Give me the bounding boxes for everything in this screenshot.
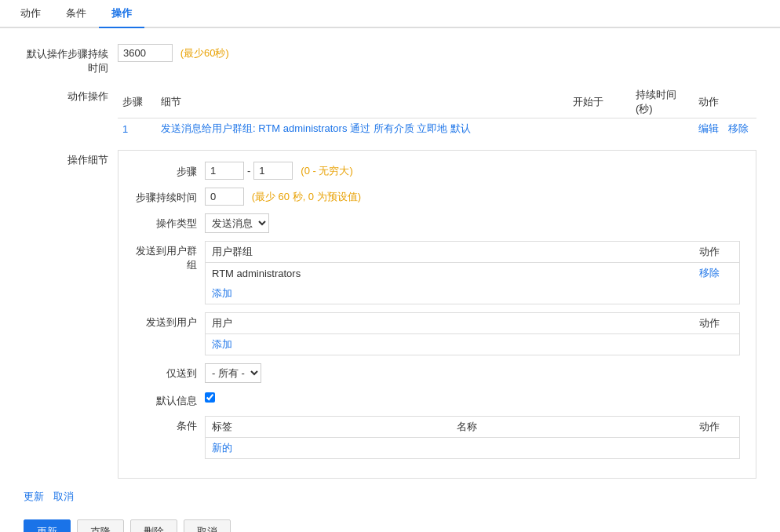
default-duration-input[interactable] (118, 44, 173, 62)
step-duration-label: 步骤持续时间 (134, 188, 205, 205)
operation-details-label: 操作细节 (24, 150, 118, 167)
default-duration-row: 默认操作步骤持续时间 (最少60秒) (24, 44, 756, 75)
tab-operations[interactable]: 操作 (99, 0, 144, 28)
row-begin (568, 118, 631, 140)
col-begin: 开始于 (568, 86, 631, 118)
step-label: 步骤 (134, 162, 205, 179)
edit-link[interactable]: 编辑 (698, 122, 719, 134)
step-separator: - (247, 165, 250, 177)
cond-add-row: 新的 (206, 438, 740, 459)
group-action-header: 动作 (693, 242, 740, 263)
group-remove-link[interactable]: 移除 (699, 267, 720, 279)
default-duration-label: 默认操作步骤持续时间 (24, 44, 118, 75)
row-actions: 编辑 移除 (694, 118, 756, 140)
conditions-table: 标签 名称 动作 新的 (205, 416, 740, 459)
send-to-group-row: 发送到用户群组 用户群组 动作 RTM administrators (134, 241, 740, 304)
step-value: - (0 - 无穷大) (205, 162, 740, 180)
footer-buttons: 更新 克隆 删除 取消 (24, 519, 756, 532)
default-message-row: 默认信息 (134, 391, 740, 408)
cond-add-cell: 新的 (206, 438, 740, 459)
default-message-value (205, 391, 740, 403)
send-to-group-label: 发送到用户群组 (134, 241, 205, 272)
action-operations-table-wrap: 步骤 细节 开始于 持续时间(秒) 动作 1 发送消息给用户群组: RTM ad… (118, 86, 756, 139)
cond-name-header: 名称 (450, 417, 693, 438)
user-action-header: 动作 (693, 313, 740, 334)
default-message-checkbox[interactable] (205, 392, 215, 403)
conditions-label: 条件 (134, 416, 205, 433)
step-row: 步骤 - (0 - 无穷大) (134, 162, 740, 180)
row-detail: 发送消息给用户群组: RTM administrators 通过 所有介质 立即… (156, 118, 568, 140)
send-to-user-label: 发送到用户 (134, 312, 205, 330)
operation-details-box: 步骤 - (0 - 无穷大) 步骤持续时间 (最少 60 秒, 0 为预设值) (118, 150, 756, 479)
clone-button[interactable]: 克隆 (77, 519, 124, 532)
step-to-input[interactable] (253, 162, 293, 180)
step-duration-hint: (最少 60 秒, 0 为预设值) (252, 191, 361, 202)
action-operations-table: 步骤 细节 开始于 持续时间(秒) 动作 1 发送消息给用户群组: RTM ad… (118, 86, 756, 139)
update-button[interactable]: 更新 (24, 519, 71, 532)
conditions-row: 条件 标签 名称 动作 新 (134, 416, 740, 459)
operation-type-row: 操作类型 发送消息 (134, 213, 740, 233)
operation-type-value: 发送消息 (205, 213, 740, 233)
cond-add-link[interactable]: 新的 (212, 442, 232, 454)
step-duration-row: 步骤持续时间 (最少 60 秒, 0 为预设值) (134, 188, 740, 206)
inline-update-link[interactable]: 更新 (24, 490, 44, 502)
operation-type-select[interactable]: 发送消息 (205, 213, 269, 233)
default-duration-hint: (最少60秒) (180, 47, 229, 59)
user-col-header: 用户 (206, 313, 693, 334)
col-step: 步骤 (118, 86, 156, 118)
send-only-row: 仅送到 - 所有 - (134, 363, 740, 383)
action-operations-row: 动作操作 步骤 细节 开始于 持续时间(秒) 动作 1 发 (24, 86, 756, 139)
user-add-link[interactable]: 添加 (212, 338, 232, 350)
tab-conditions[interactable]: 条件 (53, 0, 99, 27)
send-only-select[interactable]: - 所有 - (205, 363, 261, 383)
operation-details-row: 操作细节 步骤 - (0 - 无穷大) 步骤持续时间 (最少 60 秒, 0 为… (24, 150, 756, 479)
step-duration-input[interactable] (205, 188, 244, 206)
send-only-label: 仅送到 (134, 363, 205, 381)
group-table-row: RTM administrators 移除 (206, 263, 740, 284)
remove-link[interactable]: 移除 (728, 122, 749, 134)
step-duration-value: (最少 60 秒, 0 为预设值) (205, 188, 740, 206)
user-add-cell: 添加 (206, 334, 740, 355)
operation-type-label: 操作类型 (134, 213, 205, 231)
user-add-row: 添加 (206, 334, 740, 355)
tab-actions[interactable]: 动作 (8, 0, 53, 27)
delete-button[interactable]: 删除 (130, 519, 177, 532)
group-remove: 移除 (693, 263, 740, 284)
main-content: 默认操作步骤持续时间 (最少60秒) 动作操作 步骤 细节 开始于 持续时间(秒… (0, 28, 780, 532)
user-group-table: 用户群组 动作 RTM administrators 移除 (205, 241, 740, 304)
col-detail: 细节 (156, 86, 568, 118)
cond-action-header: 动作 (693, 417, 740, 438)
group-add-row: 添加 (206, 283, 740, 304)
row-duration (631, 118, 694, 140)
step-from-input[interactable] (205, 162, 244, 180)
cond-tag-header: 标签 (206, 417, 450, 438)
inline-update-cancel: 更新 取消 (24, 490, 756, 504)
send-to-user-value: 用户 动作 添加 (205, 312, 740, 355)
table-row: 1 发送消息给用户群组: RTM administrators 通过 所有介质 … (118, 118, 756, 140)
conditions-value: 标签 名称 动作 新的 (205, 416, 740, 459)
send-to-group-value: 用户群组 动作 RTM administrators 移除 (205, 241, 740, 304)
send-to-user-row: 发送到用户 用户 动作 添加 (134, 312, 740, 355)
user-table: 用户 动作 添加 (205, 312, 740, 355)
step-range-hint: (0 - 无穷大) (301, 164, 352, 178)
col-action: 动作 (694, 86, 756, 118)
group-add-cell: 添加 (206, 283, 740, 304)
group-name: RTM administrators (206, 263, 693, 284)
default-message-label: 默认信息 (134, 391, 205, 408)
group-add-link[interactable]: 添加 (212, 287, 232, 299)
tab-bar: 动作 条件 操作 (0, 0, 780, 28)
col-duration: 持续时间(秒) (631, 86, 694, 118)
default-duration-value: (最少60秒) (118, 44, 756, 62)
action-operations-label: 动作操作 (24, 86, 118, 104)
cancel-button[interactable]: 取消 (184, 519, 231, 532)
inline-cancel-link[interactable]: 取消 (53, 490, 74, 502)
send-only-value: - 所有 - (205, 363, 740, 383)
group-col-header: 用户群组 (206, 242, 693, 263)
row-step: 1 (118, 118, 156, 140)
